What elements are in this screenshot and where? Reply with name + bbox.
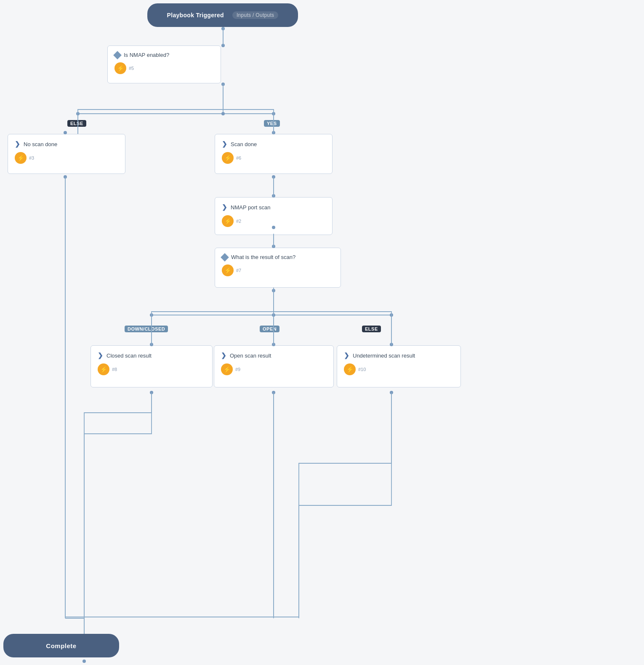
- down-closed-label: DOWN/CLOSED: [125, 326, 168, 332]
- trigger-label: Playbook Triggered: [167, 12, 224, 19]
- node-num-6: #6: [236, 155, 241, 160]
- diamond-icon: [113, 51, 122, 59]
- no-scan-title: ❯ No scan done: [15, 140, 118, 148]
- open-label: OPEN: [260, 326, 279, 332]
- bolt-icon-8: ⚡: [98, 363, 109, 375]
- node-num-3: #3: [29, 155, 34, 160]
- undetermined-scan-node[interactable]: ❯ Undetermined scan result ⚡ #10: [337, 345, 461, 387]
- yes-label: YES: [264, 120, 280, 127]
- complete-label: Complete: [46, 642, 76, 649]
- diamond-icon-2: [221, 253, 229, 262]
- closed-scan-title: ❯ Closed scan result: [98, 352, 205, 359]
- scan-done-title: ❯ Scan done: [222, 140, 325, 148]
- complete-node[interactable]: Complete: [3, 634, 119, 657]
- node-num-7: #7: [236, 268, 241, 273]
- chevron-icon-9: ❯: [221, 352, 226, 359]
- chevron-icon-2: ❯: [222, 203, 227, 211]
- condition-scan-result-node[interactable]: What is the result of scan? ⚡ #7: [215, 248, 341, 288]
- scan-done-node[interactable]: ❯ Scan done ⚡ #6: [215, 134, 333, 174]
- bolt-icon-5: ⚡: [114, 62, 126, 74]
- bolt-icon-6: ⚡: [222, 152, 234, 164]
- condition-nmap-node[interactable]: Is NMAP enabled? ⚡ #5: [107, 45, 221, 83]
- node-num-10: #10: [358, 367, 366, 372]
- condition-nmap-title: Is NMAP enabled?: [114, 52, 214, 58]
- nmap-port-scan-node[interactable]: ❯ NMAP port scan ⚡ #2: [215, 197, 333, 235]
- chevron-icon-6: ❯: [222, 140, 227, 148]
- bolt-icon-7: ⚡: [222, 264, 234, 276]
- else-label-1: ELSE: [67, 120, 86, 127]
- open-scan-title: ❯ Open scan result: [221, 352, 327, 359]
- closed-scan-node[interactable]: ❯ Closed scan result ⚡ #8: [90, 345, 213, 387]
- trigger-node[interactable]: Playbook Triggered Inputs / Outputs: [147, 3, 298, 27]
- bolt-icon-3: ⚡: [15, 152, 27, 164]
- undetermined-scan-title: ❯ Undetermined scan result: [344, 352, 454, 359]
- chevron-icon-8: ❯: [98, 352, 103, 359]
- node-num-5: #5: [129, 66, 134, 71]
- trigger-sub: Inputs / Outputs: [232, 11, 279, 19]
- bolt-icon-10: ⚡: [344, 363, 356, 375]
- chevron-icon-10: ❯: [344, 352, 349, 359]
- condition-scan-result-title: What is the result of scan?: [222, 254, 334, 260]
- bolt-icon-9: ⚡: [221, 363, 233, 375]
- node-num-2: #2: [236, 219, 241, 224]
- else-label-2: ELSE: [362, 326, 381, 332]
- node-num-9: #9: [235, 367, 240, 372]
- bolt-icon-2: ⚡: [222, 215, 234, 227]
- no-scan-node[interactable]: ❯ No scan done ⚡ #3: [8, 134, 125, 174]
- chevron-icon-3: ❯: [15, 140, 20, 148]
- node-num-8: #8: [112, 367, 117, 372]
- open-scan-node[interactable]: ❯ Open scan result ⚡ #9: [214, 345, 334, 387]
- nmap-port-scan-title: ❯ NMAP port scan: [222, 203, 325, 211]
